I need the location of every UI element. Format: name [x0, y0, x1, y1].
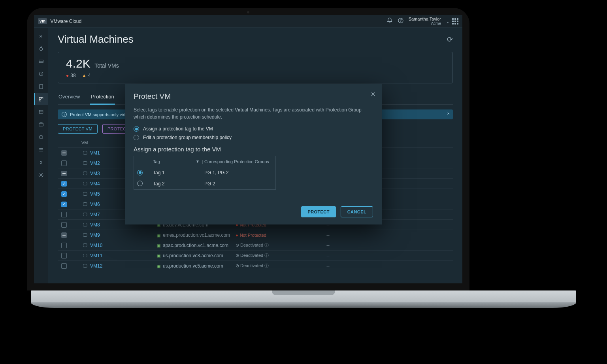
row-checkbox[interactable]	[61, 243, 67, 248]
vcenter-text: emea.production.vc1.acme.com	[163, 232, 230, 238]
radio-edit-policy[interactable]: Edit a protection group membership polic…	[134, 135, 373, 140]
info-small-icon: ⓘ	[264, 253, 269, 258]
vcenter-icon: ▣	[156, 253, 160, 258]
vcenter-icon: ▣	[156, 243, 160, 248]
modal-close-icon[interactable]: ×	[371, 90, 375, 99]
vm-name-link[interactable]: VM5	[90, 191, 100, 197]
tab-overview[interactable]: Overview	[58, 91, 81, 104]
vm-name-link[interactable]: VM8	[90, 222, 100, 228]
modal-cancel-button[interactable]: CANCEL	[341, 206, 373, 217]
row-checkbox[interactable]	[61, 160, 67, 166]
vcenter-icon: ▣	[156, 233, 160, 238]
vm-name-link[interactable]: VM11	[90, 253, 102, 258]
svg-rect-7	[41, 97, 43, 99]
row-checkbox[interactable]	[61, 253, 67, 258]
svg-rect-9	[39, 110, 43, 113]
vm-icon: 🖵	[81, 181, 89, 187]
table-row: 🖵VM10▣apac.production.vc1.acme.com⊘ Deac…	[58, 240, 453, 251]
row-checkbox[interactable]	[61, 181, 67, 187]
sidebar-expand-icon[interactable]: »	[34, 30, 48, 42]
vm-icon: 🖵	[81, 150, 89, 156]
vm-name-link[interactable]: VM4	[90, 181, 100, 187]
tag-row[interactable]: Tag 1PG 1, PG 2	[134, 167, 275, 178]
modal-title: Protect VM	[134, 92, 373, 101]
last-cell: --	[326, 263, 366, 269]
deactivated-icon: ⊘	[236, 253, 239, 258]
last-cell: --	[326, 253, 366, 258]
vm-name-link[interactable]: VM2	[90, 160, 100, 166]
help-icon[interactable]	[395, 17, 406, 25]
vcenter-text: us.production.vc5.acme.com	[163, 263, 223, 269]
sidebar-item-3[interactable]	[34, 68, 48, 80]
vm-icon: 🖵	[81, 253, 89, 258]
info-banner-text: Protect VM supports only virtual	[70, 112, 131, 117]
svg-point-2	[40, 48, 42, 51]
sidebar-item-vms[interactable]	[34, 93, 48, 105]
sidebar-item-8[interactable]	[34, 131, 48, 143]
protect-vm-modal: × Protect VM Select tags to enable prote…	[125, 84, 382, 224]
table-row: 🖵VM12▣us.production.vc5.acme.com⊘ Deacti…	[58, 261, 453, 271]
sidebar-item-10[interactable]	[34, 157, 48, 168]
sidebar-item-settings[interactable]	[34, 169, 48, 181]
tag-radio[interactable]	[137, 181, 143, 186]
modal-protect-button[interactable]: PROTECT	[301, 206, 336, 217]
vcenter-text: us.production.vc3.acme.com	[163, 253, 223, 258]
apps-grid-icon[interactable]	[452, 18, 458, 25]
row-checkbox[interactable]	[61, 202, 67, 207]
tag-name: Tag 1	[153, 170, 204, 175]
row-checkbox[interactable]	[61, 222, 67, 228]
last-cell: --	[326, 232, 366, 238]
bell-icon[interactable]	[384, 17, 395, 25]
row-checkbox[interactable]	[61, 232, 67, 238]
vm-icon: 🖵	[81, 232, 89, 238]
tab-protection[interactable]: Protection	[90, 91, 115, 105]
table-row: 🖵VM9▣emea.production.vc1.acme.com●Not Pr…	[58, 230, 453, 240]
vm-name-link[interactable]: VM9	[90, 232, 100, 238]
topbar: vm VMware Cloud Samantha Taylor Acme ⌄	[34, 15, 462, 28]
tag-row[interactable]: Tag 2PG 2	[134, 178, 275, 189]
vm-icon: 🖵	[81, 222, 89, 228]
sidebar-item-9[interactable]	[34, 144, 48, 156]
total-vms-count: 4.2K	[66, 57, 90, 70]
sidebar-item-1[interactable]	[34, 43, 48, 55]
vcenter-text: apac.production.vc1.acme.com	[163, 243, 228, 248]
tag-groups: PG 1, PG 2	[204, 170, 272, 175]
vm-icon: 🖵	[81, 212, 89, 217]
vm-name-link[interactable]: VM6	[90, 202, 100, 207]
refresh-icon[interactable]: ⟳	[447, 35, 453, 44]
banner-close-icon[interactable]: ×	[447, 111, 450, 116]
user-menu[interactable]: Samantha Taylor Acme	[406, 17, 443, 26]
row-checkbox[interactable]	[61, 171, 67, 176]
modal-description: Select tags to enable protection on the …	[134, 106, 373, 121]
error-dot-icon: ●	[236, 233, 238, 238]
vm-name-link[interactable]: VM12	[90, 263, 102, 269]
tag-radio[interactable]	[137, 170, 143, 175]
user-name: Samantha Taylor	[409, 17, 441, 21]
sidebar-item-7[interactable]	[34, 119, 48, 130]
svg-rect-10	[39, 123, 43, 126]
row-checkbox[interactable]	[61, 212, 67, 217]
row-checkbox[interactable]	[61, 150, 67, 156]
page-title: Virtual Machines	[58, 33, 134, 45]
vm-name-link[interactable]: VM7	[90, 212, 100, 217]
chevron-down-icon[interactable]: ⌄	[443, 19, 452, 24]
vm-name-link[interactable]: VM1	[90, 150, 100, 156]
warning-icon: ▲	[82, 73, 87, 78]
sidebar-item-4[interactable]	[34, 81, 48, 92]
radio-assign-tag[interactable]: Assign a protection tag to the VM	[134, 126, 373, 132]
sidebar-item-6[interactable]	[34, 106, 48, 118]
vm-name-link[interactable]: VM10	[90, 243, 102, 248]
row-checkbox[interactable]	[61, 191, 67, 197]
user-org: Acme	[431, 21, 441, 26]
vm-icon: 🖵	[81, 160, 89, 166]
row-checkbox[interactable]	[61, 263, 67, 269]
radio-icon	[134, 126, 139, 132]
tag-groups: PG 2	[204, 181, 272, 187]
svg-rect-11	[39, 136, 42, 138]
filter-icon[interactable]: ▼	[196, 159, 200, 164]
protect-vm-button[interactable]: PROTECT VM	[58, 124, 98, 134]
radio-label-2: Edit a protection group membership polic…	[143, 135, 232, 140]
sidebar-item-2[interactable]	[34, 55, 48, 67]
vm-name-link[interactable]: VM3	[90, 171, 100, 176]
svg-rect-5	[39, 85, 42, 89]
